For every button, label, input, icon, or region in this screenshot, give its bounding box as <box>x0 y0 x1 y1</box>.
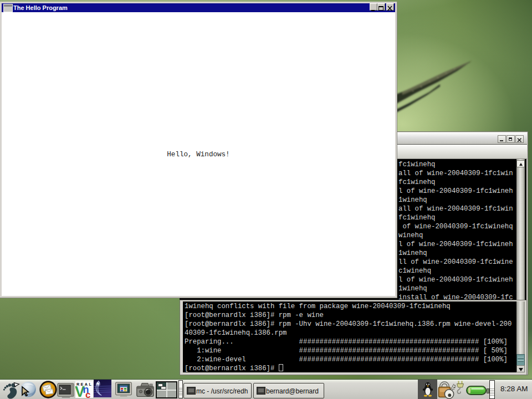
svg-text:c: c <box>85 390 90 399</box>
